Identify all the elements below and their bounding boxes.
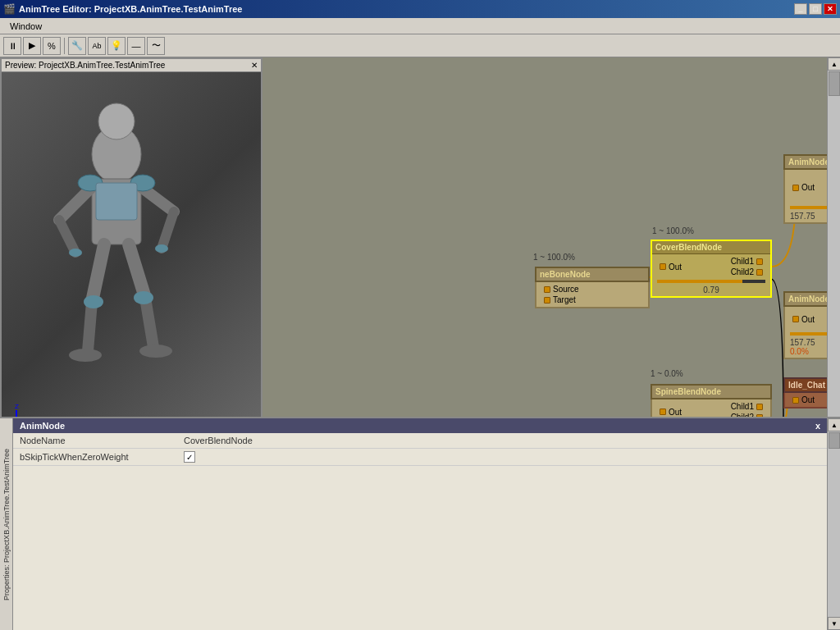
nodename-label: NodeName (20, 436, 184, 445)
svg-point-12 (139, 345, 172, 358)
maximize-button[interactable]: □ (809, 3, 822, 15)
cover-blend-ports: Out Child1 Child2 (654, 256, 769, 277)
tool-wrench[interactable]: 🔧 (68, 37, 86, 55)
cover-progress-bar (657, 280, 765, 283)
menu-bar: Window (0, 18, 840, 34)
cover-child1-port: Child1 (728, 256, 769, 267)
prop-scroll-down[interactable]: ▼ (828, 617, 840, 630)
svg-line-4 (59, 220, 75, 253)
svg-line-10 (145, 298, 153, 347)
scroll-up-btn[interactable]: ▲ (828, 57, 840, 71)
bone-node[interactable]: neBoneNode Source Target (535, 267, 650, 308)
svg-line-7 (92, 244, 104, 302)
tool-pause[interactable]: ⏸ (3, 37, 21, 55)
cover-right-ports: Child1 Child2 (728, 256, 769, 277)
cover-value: 0.79 (654, 285, 769, 294)
window-title: AnimTree Editor: ProjectXB.AnimTree.Test… (19, 4, 242, 14)
bone-port-source: Source (538, 284, 646, 294)
cover-blend-label: 1 ~ 100.0% (652, 226, 694, 235)
cover-child2-port: Child2 (728, 267, 769, 277)
tool-text[interactable]: Ab (88, 37, 106, 55)
svg-point-16 (84, 295, 103, 308)
svg-point-17 (134, 291, 153, 304)
spine-blend-header: SpineBlendNode (651, 384, 772, 399)
svg-point-19 (155, 244, 168, 253)
skipzero-label: bSkipTickWhenZeroWeight (20, 452, 184, 462)
cover-child1-dot[interactable] (756, 258, 763, 265)
spine-blend-label: 1 ~ 0.0% (651, 369, 683, 378)
cover-child2-dot[interactable] (756, 269, 763, 276)
abs2-out-dot[interactable] (792, 316, 799, 322)
side-label-container: Properties: ProjectXB.AnimTree.TestAnimT… (0, 418, 13, 630)
label-bone-percent: 1 ~ 100.0% (533, 253, 575, 262)
menu-window[interactable]: Window (3, 21, 48, 31)
properties-header: AnimNode x (13, 418, 827, 433)
prop-scroll-track (828, 431, 840, 617)
cover-blend-body: Out Child1 Child2 (652, 254, 770, 296)
prop-scroll-thumb[interactable] (829, 432, 840, 449)
bone-node-body: Source Target (535, 282, 650, 308)
abs1-out-port: Out (787, 171, 818, 203)
preview-close-button[interactable]: ✕ (251, 61, 258, 70)
cover-blend-header: CoverBlendNode (652, 241, 770, 254)
tool-wave[interactable]: 〜 (147, 37, 165, 55)
tool-line[interactable]: — (127, 37, 145, 55)
bone-target-dot[interactable] (544, 297, 550, 304)
close-button[interactable]: ✕ (824, 3, 837, 15)
preview-viewport: Z X Y (2, 72, 261, 450)
toolbar: ⏸ ▶ % 🔧 Ab 💡 — 〜 (0, 34, 840, 57)
minimize-button[interactable]: _ (794, 3, 807, 15)
cover-progress-fill (657, 280, 742, 283)
svg-point-1 (98, 103, 135, 139)
properties-close-button[interactable]: x (815, 421, 820, 431)
tool-play[interactable]: ▶ (23, 37, 41, 55)
scroll-thumb[interactable] (829, 71, 840, 96)
svg-line-6 (162, 212, 174, 249)
preview-title: Preview: ProjectXB.AnimTree.TestAnimTree (5, 61, 165, 70)
svg-rect-15 (96, 183, 137, 220)
properties-content: AnimNode x NodeName CoverBlendNode bSkip… (13, 418, 827, 630)
svg-line-9 (129, 244, 145, 298)
title-bar: 🎬 AnimTree Editor: ProjectXB.AnimTree.Te… (0, 0, 840, 18)
bone-node-header: neBoneNode (535, 267, 650, 282)
side-label: Properties: ProjectXB.AnimTree.TestAnimT… (2, 449, 11, 600)
cover-out-dot[interactable] (660, 263, 666, 270)
tool-percent[interactable]: % (43, 37, 61, 55)
toolbar-separator-1 (64, 38, 65, 54)
cover-blend-node[interactable]: 1 ~ 100.0% CoverBlendNode Out Child1 C (651, 240, 772, 298)
spine-child1-dot[interactable] (756, 404, 763, 410)
abs2-out-port: Out (787, 308, 818, 330)
preview-header: Preview: ProjectXB.AnimTree.TestAnimTree… (2, 59, 261, 72)
svg-line-3 (59, 187, 92, 220)
property-row-skipzero: bSkipTickWhenZeroWeight ✓ (13, 449, 827, 466)
svg-point-18 (69, 249, 82, 257)
character-display (18, 89, 231, 384)
bone-port-target: Target (538, 294, 646, 305)
title-bar-controls: _ □ ✕ (794, 3, 837, 15)
idle-out-dot[interactable] (792, 397, 799, 404)
properties-title: AnimNode (20, 421, 65, 431)
bone-source-dot[interactable] (544, 286, 550, 293)
preview-panel: Preview: ProjectXB.AnimTree.TestAnimTree… (0, 57, 262, 451)
svg-point-11 (69, 349, 102, 362)
spine-out-dot[interactable] (660, 409, 666, 415)
properties-scrollbar[interactable]: ▲ ▼ (827, 418, 840, 630)
cover-out-port: Out (654, 262, 685, 272)
prop-scroll-up[interactable]: ▲ (828, 418, 840, 431)
tool-lamp[interactable]: 💡 (107, 37, 126, 55)
property-row-nodename: NodeName CoverBlendNode (13, 433, 827, 449)
svg-text:Z: Z (15, 403, 19, 410)
nodename-value: CoverBlendNode (184, 436, 253, 445)
skipzero-checkbox[interactable]: ✓ (184, 451, 195, 463)
svg-line-8 (88, 302, 92, 351)
properties-panel: Properties: ProjectXB.AnimTree.TestAnimT… (0, 417, 840, 630)
spine-child1: Child1 (728, 401, 769, 412)
abs1-out-dot[interactable] (792, 185, 799, 191)
